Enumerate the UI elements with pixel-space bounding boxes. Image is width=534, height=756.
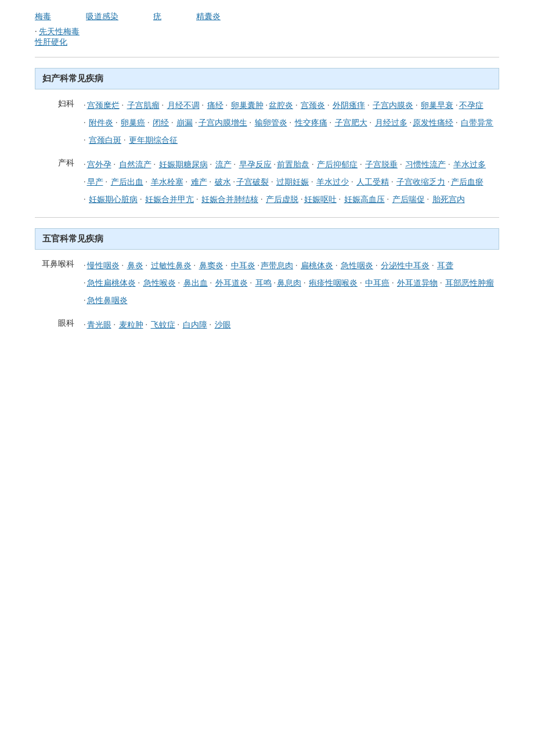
link-item[interactable]: 破水 — [215, 178, 231, 186]
link-xingganying[interactable]: 性肝硬化 — [35, 38, 67, 46]
link-item[interactable]: 产后血瘀 — [451, 178, 484, 186]
link-item[interactable]: 卵巢癌 — [121, 118, 145, 127]
link-item[interactable]: 扁桃体炎 — [301, 261, 333, 270]
link-item[interactable]: 妊娠合并肺结核 — [201, 195, 258, 204]
link-item[interactable]: 鼻窦炎 — [199, 261, 223, 270]
link-item[interactable]: 羊水栓塞 — [151, 178, 183, 186]
link-item[interactable]: 疱疹性咽喉炎 — [309, 279, 358, 287]
bullet: · — [250, 279, 254, 287]
link-item[interactable]: 子宫肌瘤 — [127, 101, 160, 110]
link-item[interactable]: 中耳癌 — [365, 279, 389, 287]
link-item[interactable]: 急性喉炎 — [143, 279, 176, 287]
link-item[interactable]: 宫外孕 — [87, 160, 111, 169]
link-item[interactable]: 产后出血 — [111, 178, 143, 186]
link-item[interactable]: 崩漏 — [176, 118, 193, 127]
link-item[interactable]: 白内障 — [183, 321, 207, 329]
link-item[interactable]: 子宫破裂 — [236, 178, 269, 186]
link-item[interactable]: 流产 — [215, 160, 232, 169]
bullet: · — [360, 160, 364, 169]
list-item: · 白内障 — [175, 317, 207, 333]
link-item[interactable]: 宫颈白斑 — [89, 136, 121, 145]
link-item[interactable]: 急性咽炎 — [341, 261, 373, 270]
link-item[interactable]: 卵巢早衰 — [421, 101, 453, 110]
link-item[interactable]: 白带异常 — [461, 118, 493, 127]
link-meidu[interactable]: 梅毒 — [35, 12, 51, 22]
bullet: · — [124, 136, 128, 145]
list-item: ·盆腔炎 — [264, 98, 294, 114]
link-item[interactable]: 不孕症 — [459, 101, 484, 110]
link-item[interactable]: 中耳炎 — [231, 261, 255, 270]
link-item[interactable]: 盆腔炎 — [269, 101, 293, 110]
link-item[interactable]: 卵巢囊肿 — [231, 101, 264, 110]
link-item[interactable]: 早孕反应 — [239, 160, 272, 169]
link-item[interactable]: 耳部恶性肿瘤 — [445, 279, 494, 287]
link-item[interactable]: 前置胎盘 — [277, 160, 309, 169]
link-item[interactable]: 子宫脱垂 — [365, 160, 398, 169]
top-links-row: 梅毒 吸道感染 疣 精囊炎 — [35, 12, 499, 22]
link-item[interactable]: 分泌性中耳炎 — [381, 261, 430, 270]
link-item[interactable]: 月经不调 — [167, 101, 200, 110]
link-item[interactable]: 产后喘促 — [392, 195, 425, 204]
list-item: ·妊娠呕吐 — [298, 192, 337, 208]
link-xiantian[interactable]: 先天性梅毒 — [39, 27, 80, 36]
link-item[interactable]: 声带息肉 — [261, 261, 293, 270]
bullet: · — [330, 118, 334, 127]
link-item[interactable]: 早产 — [87, 178, 103, 186]
link-item[interactable]: 耳聋 — [437, 261, 453, 270]
link-item[interactable]: 子宫收缩乏力 — [396, 178, 445, 186]
link-you[interactable]: 疣 — [153, 12, 161, 22]
link-item[interactable]: 产后虚脱 — [266, 195, 298, 204]
link-item[interactable]: 产后抑郁症 — [317, 160, 358, 169]
link-item[interactable]: 外阴瘙痒 — [333, 101, 365, 110]
link-item[interactable]: 人工受精 — [356, 178, 389, 186]
link-item[interactable]: 外耳道炎 — [215, 279, 248, 287]
link-item[interactable]: 子宫内膜增生 — [199, 118, 247, 127]
dept-label-yanke: 眼科 — [35, 317, 81, 329]
link-item[interactable]: 羊水过多 — [453, 160, 486, 169]
link-item[interactable]: 附件炎 — [89, 118, 113, 127]
link-item[interactable]: 胎死宫内 — [432, 195, 465, 204]
link-item[interactable]: 月经过多 — [375, 118, 407, 127]
link-item[interactable]: 青光眼 — [87, 321, 111, 329]
link-item[interactable]: 宫颈糜烂 — [87, 101, 120, 110]
link-item[interactable]: 习惯性流产 — [405, 160, 446, 169]
link-item[interactable]: 鼻息肉 — [277, 279, 301, 287]
list-item: · 宫颈白斑 — [81, 132, 121, 149]
list-item: · 妊娠期糖尿病 — [151, 157, 208, 173]
link-item[interactable]: 妊娠期糖尿病 — [159, 160, 208, 169]
link-item[interactable]: 飞蚊症 — [151, 321, 175, 329]
link-item[interactable]: 妊娠高血压 — [344, 195, 385, 204]
link-item[interactable]: 输卵管炎 — [255, 118, 287, 127]
bullet: · — [311, 178, 315, 186]
list-item: ·急性扁桃体炎 — [81, 275, 136, 291]
link-item[interactable]: 宫颈炎 — [301, 101, 325, 110]
link-item[interactable]: 沙眼 — [215, 321, 231, 329]
link-item[interactable]: 过敏性鼻炎 — [151, 261, 192, 270]
link-item[interactable]: 急性扁桃体炎 — [87, 279, 136, 287]
link-item[interactable]: 鼻炎 — [127, 261, 143, 270]
link-item[interactable]: 外耳道异物 — [397, 279, 438, 287]
bullet: · — [271, 178, 275, 186]
link-item[interactable]: 妊娠合并甲亢 — [145, 195, 194, 204]
link-item[interactable]: 过期妊娠 — [276, 178, 309, 186]
link-item[interactable]: 性交疼痛 — [295, 118, 327, 127]
link-xidaogr[interactable]: 吸道感染 — [86, 12, 118, 22]
link-item[interactable]: 原发性痛经 — [413, 118, 453, 127]
link-item[interactable]: 痛经 — [207, 101, 223, 110]
link-item[interactable]: 自然流产 — [119, 160, 151, 169]
link-item[interactable]: 鼻出血 — [183, 279, 208, 287]
link-item[interactable]: 麦粒肿 — [119, 321, 143, 329]
link-item[interactable]: 慢性咽炎 — [87, 261, 120, 270]
link-item[interactable]: 子宫内膜炎 — [373, 101, 413, 110]
link-item[interactable]: 子宫肥大 — [335, 118, 367, 127]
bullet: · — [351, 178, 355, 186]
link-item[interactable]: 更年期综合征 — [129, 136, 178, 145]
link-item[interactable]: 闭经 — [153, 118, 169, 127]
link-item[interactable]: 妊娠期心脏病 — [89, 195, 138, 204]
link-jingnangyan[interactable]: 精囊炎 — [196, 12, 221, 22]
link-item[interactable]: 难产 — [191, 178, 207, 186]
link-item[interactable]: 妊娠呕吐 — [304, 195, 337, 204]
link-item[interactable]: 羊水过少 — [316, 178, 349, 186]
link-item[interactable]: 耳鸣 — [255, 279, 272, 287]
link-item[interactable]: 急性鼻咽炎 — [87, 296, 128, 305]
